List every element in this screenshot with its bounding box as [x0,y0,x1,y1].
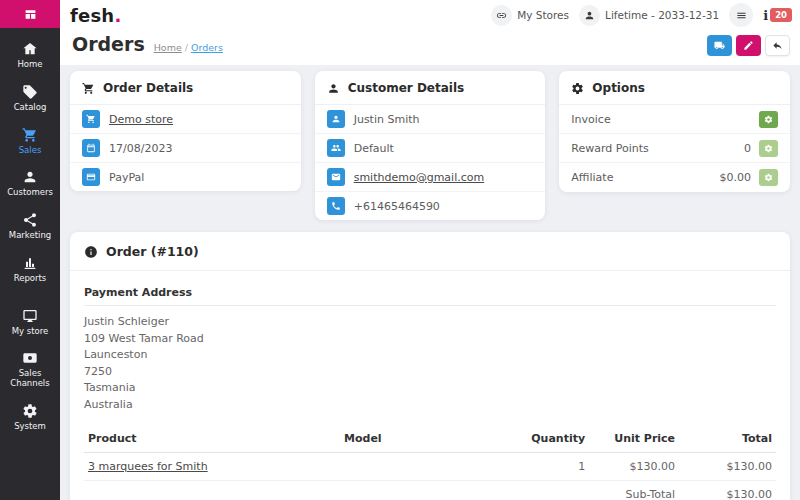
sidebar-item-system[interactable]: System [0,396,60,439]
breadcrumb-current-link[interactable]: Orders [191,42,223,53]
info-circle-icon [84,245,98,259]
edit-order-button[interactable] [736,35,761,56]
invoice-label: Invoice [571,113,610,126]
reward-points-value: 0 [744,142,751,155]
license-label: Lifetime - 2033-12-31 [605,9,719,21]
product-link[interactable]: 3 marquees for Smith [88,460,208,473]
cash-icon [22,350,38,366]
license-button[interactable]: Lifetime - 2033-12-31 [579,5,719,26]
notification-badge: 20 [770,8,792,22]
breadcrumb: Home/Orders [154,42,223,53]
customer-details-card: Customer Details Justin Smith Default sm… [315,71,546,220]
sidebar: Home Catalog Sales Customers Marketing R… [0,0,60,500]
sidebar-item-label: System [14,422,46,432]
customer-group-row: Default [315,134,546,163]
payment-address: Justin Schleiger 109 West Tamar Road Lau… [84,306,776,425]
menu-toggle-button[interactable] [729,3,753,27]
my-stores-label: My Stores [517,9,569,21]
gear-icon [22,403,38,419]
total-column-header: Total [679,425,776,453]
sidebar-item-reports[interactable]: Reports [0,248,60,291]
hamburger-icon [736,10,747,21]
shipping-list-button[interactable] [707,35,732,56]
generate-invoice-button[interactable] [759,111,778,128]
subtotal-label: Sub-Total [589,481,679,500]
reward-points-option-row: Reward Points 0 [559,134,790,163]
model-column-header: Model [340,425,499,453]
customer-details-header: Customer Details [315,71,546,105]
pencil-icon [743,40,754,51]
monitor-icon [22,308,38,324]
truck-icon [714,40,725,51]
reply-icon [772,40,783,51]
sidebar-item-label: Sales Channels [2,369,58,389]
customer-details-title: Customer Details [348,81,465,95]
page-title: Orders [72,33,145,55]
topbar: fesh. My Stores Lifetime - 2033-12-31 i … [60,0,800,30]
affiliate-label: Affiliate [571,171,613,184]
sidebar-item-sales[interactable]: Sales [0,120,60,163]
reward-points-button[interactable] [759,140,778,157]
breadcrumb-separator: / [185,42,188,53]
order-details-title: Order Details [103,81,193,95]
sidebar-item-my-store[interactable]: My store [0,301,60,344]
affiliate-option-row: Affiliate $0.00 [559,163,790,192]
sidebar-item-home[interactable]: Home [0,34,60,77]
breadcrumb-home-link[interactable]: Home [154,42,182,53]
my-stores-button[interactable]: My Stores [491,5,569,26]
sidebar-logo-button[interactable] [0,0,60,28]
sidebar-item-sales-channels[interactable]: Sales Channels [0,343,60,396]
payment-address-heading: Payment Address [84,277,776,306]
address-line: 109 West Tamar Road [84,331,776,348]
order-details-header: Order Details [70,71,301,105]
gear-icon [764,144,773,153]
back-button[interactable] [765,35,790,56]
sidebar-item-label: Sales [19,146,42,156]
subtotal-row: Sub-Total $130.00 [84,481,776,500]
credit-card-icon [82,168,100,186]
product-total: $130.00 [679,453,776,481]
order-summary-card: Order (#110) Payment Address Justin Schl… [70,232,790,500]
gear-icon [764,173,773,182]
home-icon [22,41,38,57]
sidebar-item-label: Reports [14,274,47,284]
product-quantity: 1 [499,453,589,481]
product-model [340,453,499,481]
sidebar-item-catalog[interactable]: Catalog [0,77,60,120]
affiliate-button[interactable] [759,169,778,186]
affiliate-value: $0.00 [720,171,752,184]
address-line: Justin Schleiger [84,314,776,331]
product-unit-price: $130.00 [589,453,679,481]
customer-phone-row: +61465464590 [315,192,546,220]
calendar-icon [82,139,100,157]
product-column-header: Product [84,425,340,453]
tag-icon [22,84,38,100]
reward-points-label: Reward Points [571,142,649,155]
address-line: Tasmania [84,380,776,397]
store-icon [82,110,100,128]
sidebar-item-customers[interactable]: Customers [0,162,60,205]
user-icon [327,82,340,95]
user-icon [22,169,38,185]
store-link[interactable]: Demo store [109,113,173,126]
cart-icon [22,127,38,143]
payment-method-row: PayPal [70,163,301,191]
notifications-button[interactable]: i 20 [763,8,792,23]
sidebar-item-marketing[interactable]: Marketing [0,205,60,248]
bar-chart-icon [22,255,38,271]
sidebar-item-label: Catalog [14,103,47,113]
envelope-icon [327,168,345,186]
content: Order Details Demo store 17/08/2023 PayP… [60,65,800,500]
gear-icon [571,82,584,95]
date-row: 17/08/2023 [70,134,301,163]
link-icon [491,5,512,26]
brand-dot: . [114,5,121,26]
sidebar-item-label: Customers [7,188,53,198]
store-row: Demo store [70,105,301,134]
brand-logo[interactable]: fesh. [70,5,121,26]
dashboard-icon [24,8,37,21]
page-actions [707,33,790,56]
order-summary-header: Order (#110) [70,232,790,271]
customer-email-link[interactable]: smithdemo@gmail.com [354,171,485,184]
users-group-icon [327,139,345,157]
